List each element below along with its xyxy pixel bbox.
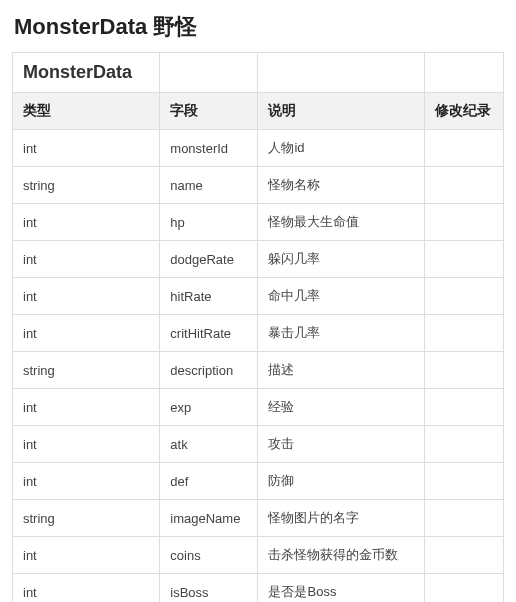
- table-title-blank: [160, 53, 258, 93]
- table-row: intisBoss是否是Boss: [13, 574, 504, 603]
- cell-type: string: [13, 352, 160, 389]
- cell-log: [425, 167, 504, 204]
- cell-log: [425, 574, 504, 603]
- cell-type: string: [13, 167, 160, 204]
- table-row: intcoins击杀怪物获得的金币数: [13, 537, 504, 574]
- table-row: intdodgeRate躲闪几率: [13, 241, 504, 278]
- cell-type: int: [13, 315, 160, 352]
- table-row: intdef防御: [13, 463, 504, 500]
- table-row: intexp经验: [13, 389, 504, 426]
- cell-desc: 人物id: [258, 130, 425, 167]
- cell-field: name: [160, 167, 258, 204]
- cell-log: [425, 241, 504, 278]
- table-row: intatk攻击: [13, 426, 504, 463]
- cell-desc: 描述: [258, 352, 425, 389]
- cell-field: critHitRate: [160, 315, 258, 352]
- cell-desc: 怪物图片的名字: [258, 500, 425, 537]
- cell-log: [425, 500, 504, 537]
- cell-field: coins: [160, 537, 258, 574]
- header-type: 类型: [13, 93, 160, 130]
- cell-type: int: [13, 537, 160, 574]
- cell-log: [425, 537, 504, 574]
- cell-desc: 暴击几率: [258, 315, 425, 352]
- cell-log: [425, 389, 504, 426]
- cell-field: description: [160, 352, 258, 389]
- cell-field: isBoss: [160, 574, 258, 603]
- table-header-row: 类型 字段 说明 修改纪录: [13, 93, 504, 130]
- cell-type: string: [13, 500, 160, 537]
- cell-type: int: [13, 389, 160, 426]
- header-log: 修改纪录: [425, 93, 504, 130]
- cell-log: [425, 352, 504, 389]
- cell-type: int: [13, 574, 160, 603]
- table-title: MonsterData: [13, 53, 160, 93]
- cell-type: int: [13, 130, 160, 167]
- table-row: inthp怪物最大生命值: [13, 204, 504, 241]
- cell-field: hitRate: [160, 278, 258, 315]
- cell-type: int: [13, 426, 160, 463]
- cell-desc: 是否是Boss: [258, 574, 425, 603]
- table-body: intmonsterId人物idstringname怪物名称inthp怪物最大生…: [13, 130, 504, 603]
- cell-log: [425, 426, 504, 463]
- table-row: stringimageName怪物图片的名字: [13, 500, 504, 537]
- table-row: intcritHitRate暴击几率: [13, 315, 504, 352]
- cell-field: dodgeRate: [160, 241, 258, 278]
- cell-type: int: [13, 278, 160, 315]
- cell-type: int: [13, 204, 160, 241]
- cell-desc: 怪物名称: [258, 167, 425, 204]
- data-table: MonsterData 类型 字段 说明 修改纪录 intmonsterId人物…: [12, 52, 504, 602]
- cell-log: [425, 315, 504, 352]
- table-title-blank: [258, 53, 425, 93]
- cell-desc: 经验: [258, 389, 425, 426]
- table-row: inthitRate命中几率: [13, 278, 504, 315]
- cell-desc: 怪物最大生命值: [258, 204, 425, 241]
- cell-desc: 躲闪几率: [258, 241, 425, 278]
- cell-log: [425, 130, 504, 167]
- cell-field: exp: [160, 389, 258, 426]
- cell-type: int: [13, 241, 160, 278]
- cell-type: int: [13, 463, 160, 500]
- cell-log: [425, 278, 504, 315]
- table-row: intmonsterId人物id: [13, 130, 504, 167]
- cell-field: atk: [160, 426, 258, 463]
- header-field: 字段: [160, 93, 258, 130]
- cell-desc: 击杀怪物获得的金币数: [258, 537, 425, 574]
- cell-field: hp: [160, 204, 258, 241]
- header-desc: 说明: [258, 93, 425, 130]
- cell-log: [425, 204, 504, 241]
- cell-desc: 命中几率: [258, 278, 425, 315]
- table-title-row: MonsterData: [13, 53, 504, 93]
- cell-field: monsterId: [160, 130, 258, 167]
- cell-field: imageName: [160, 500, 258, 537]
- cell-field: def: [160, 463, 258, 500]
- table-title-blank: [425, 53, 504, 93]
- table-row: stringname怪物名称: [13, 167, 504, 204]
- cell-desc: 防御: [258, 463, 425, 500]
- cell-desc: 攻击: [258, 426, 425, 463]
- page-title: MonsterData 野怪: [12, 12, 504, 42]
- cell-log: [425, 463, 504, 500]
- table-row: stringdescription描述: [13, 352, 504, 389]
